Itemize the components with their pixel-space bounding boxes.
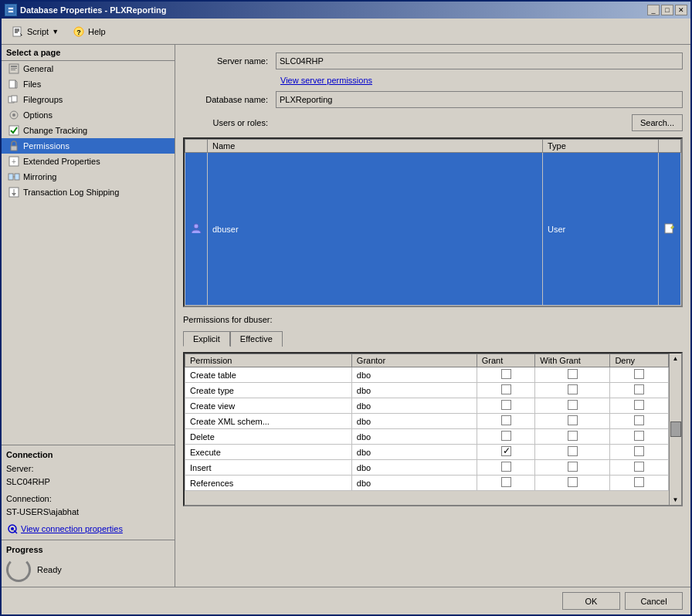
perm-deny-cell[interactable] (610, 383, 669, 398)
table-row[interactable]: Insertdbo (185, 460, 669, 476)
perm-grant-cell[interactable] (477, 414, 535, 429)
perm-with_grant-cell[interactable] (535, 367, 610, 383)
table-row[interactable]: Create XML schem...dbo (185, 414, 669, 429)
permissions-grid-wrapper: Permission Grantor Grant With Grant Deny… (183, 352, 683, 506)
bottom-buttons: OK Cancel (2, 587, 690, 614)
perm-grantor-cell: dbo (351, 429, 477, 445)
svg-rect-21 (11, 146, 17, 151)
script-button[interactable]: Script ▼ (6, 22, 64, 42)
perm-deny-cell[interactable] (610, 445, 669, 460)
table-row[interactable]: Referencesdbo (185, 476, 669, 491)
filegroups-icon (8, 93, 20, 106)
table-row[interactable]: Executedbo (185, 445, 669, 460)
scroll-thumb[interactable] (670, 421, 681, 437)
perm-deny-cell[interactable] (610, 460, 669, 476)
perm-deny-cell[interactable] (610, 414, 669, 429)
sidebar-item-extended-properties[interactable]: + Extended Properties (2, 154, 175, 169)
perm-with_grant-cell[interactable] (535, 414, 610, 429)
tab-explicit[interactable]: Explicit (183, 331, 230, 347)
perm-grant-cell[interactable] (477, 460, 535, 476)
perm-col-deny: Deny (610, 354, 669, 367)
table-row[interactable]: Create typedbo (185, 383, 669, 398)
sidebar-item-change-tracking[interactable]: Change Tracking (2, 123, 175, 138)
perm-grant-cell[interactable] (477, 398, 535, 414)
permissions-scrollbar[interactable]: ▲ ▼ (669, 354, 681, 505)
perm-permission-cell: Create XML schem... (185, 414, 352, 429)
server-name-row: Server name: (183, 52, 683, 69)
table-row[interactable]: Create viewdbo (185, 398, 669, 414)
permissions-scroll-area[interactable]: Permission Grantor Grant With Grant Deny… (185, 354, 669, 505)
perm-with_grant-cell[interactable] (535, 429, 610, 445)
server-name-input[interactable] (276, 52, 683, 69)
minimize-btn[interactable]: _ (647, 5, 660, 15)
perm-grant-cell[interactable] (477, 383, 535, 398)
perm-permission-cell: References (185, 476, 352, 491)
perm-grant-cell[interactable] (477, 429, 535, 445)
sidebar-options-label: Options (23, 110, 53, 120)
users-col-type-header: Type (543, 140, 659, 153)
perm-deny-cell[interactable] (610, 429, 669, 445)
database-name-input[interactable] (276, 91, 683, 108)
ok-button[interactable]: OK (562, 592, 620, 610)
perm-grantor-cell: dbo (351, 414, 477, 429)
main-window: Database Properties - PLXReporting _ □ ✕… (0, 0, 692, 616)
close-btn[interactable]: ✕ (675, 5, 687, 15)
svg-point-33 (194, 224, 198, 228)
perm-grant-cell[interactable] (477, 445, 535, 460)
view-server-permissions-link[interactable]: View server permissions (280, 76, 372, 85)
search-button[interactable]: Search... (632, 114, 683, 131)
sidebar-general-label: General (23, 64, 53, 73)
database-name-label: Database name: (183, 95, 268, 104)
perm-deny-cell[interactable] (610, 476, 669, 491)
users-or-roles-row: Users or roles: Search... (183, 114, 683, 131)
perm-grant-cell[interactable] (477, 476, 535, 491)
scroll-up-arrow[interactable]: ▲ (673, 355, 679, 362)
help-button[interactable]: ? Help (67, 22, 111, 42)
transaction-log-shipping-icon (8, 186, 20, 198)
title-bar: Database Properties - PLXReporting _ □ ✕ (2, 2, 690, 19)
connection-link-label: View connection properties (21, 524, 123, 533)
users-col-icon-header (185, 140, 208, 153)
sidebar-item-filegroups[interactable]: Filegroups (2, 92, 175, 107)
script-icon (12, 25, 24, 38)
sidebar-filegroups-label: Filegroups (23, 95, 63, 104)
perm-with_grant-cell[interactable] (535, 476, 610, 491)
progress-header: Progress (6, 545, 170, 554)
sidebar-item-files[interactable]: Files (2, 76, 175, 92)
table-row[interactable]: Deletedbo (185, 429, 669, 445)
sidebar-item-transaction-log-shipping[interactable]: Transaction Log Shipping (2, 184, 175, 200)
general-icon (8, 63, 20, 75)
connection-section: Connection Server: SLC04RHP Connection: … (2, 445, 175, 540)
progress-section: Progress Ready (2, 540, 175, 587)
perm-deny-cell[interactable] (610, 367, 669, 383)
users-col-name-header: Name (208, 140, 543, 153)
sidebar-item-general[interactable]: General (2, 61, 175, 76)
extended-properties-icon: + (8, 155, 20, 168)
sidebar-change-tracking-label: Change Tracking (23, 126, 87, 135)
script-dropdown-arrow[interactable]: ▼ (52, 28, 59, 36)
perm-with_grant-cell[interactable] (535, 445, 610, 460)
perm-with_grant-cell[interactable] (535, 398, 610, 414)
title-bar-left: Database Properties - PLXReporting (5, 4, 167, 16)
table-row[interactable]: Create tabledbo (185, 367, 669, 383)
maximize-btn[interactable]: □ (661, 5, 673, 15)
connection-value: ST-USERS\ajabhat (6, 507, 79, 516)
change-tracking-icon (8, 124, 20, 137)
svg-rect-24 (8, 174, 13, 180)
sidebar-item-options[interactable]: Options (2, 107, 175, 123)
table-row[interactable]: dbuser User (185, 153, 681, 306)
sidebar-item-permissions[interactable]: Permissions (2, 138, 175, 154)
perm-grant-cell[interactable] (477, 367, 535, 383)
sidebar-item-mirroring[interactable]: Mirroring (2, 169, 175, 184)
view-connection-properties-link[interactable]: View connection properties (6, 523, 170, 535)
tab-effective[interactable]: Effective (230, 331, 283, 347)
cancel-button[interactable]: Cancel (625, 592, 683, 610)
perm-with_grant-cell[interactable] (535, 383, 610, 398)
perm-with_grant-cell[interactable] (535, 460, 610, 476)
scroll-down-arrow[interactable]: ▼ (673, 496, 679, 503)
user-row-icon (190, 222, 202, 235)
options-icon (8, 109, 20, 121)
perm-deny-cell[interactable] (610, 398, 669, 414)
users-table-container: Name Type (183, 137, 683, 307)
connection-link-icon (6, 523, 19, 535)
